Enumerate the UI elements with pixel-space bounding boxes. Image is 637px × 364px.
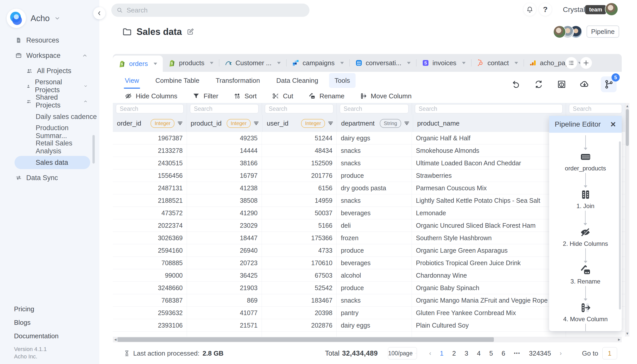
toolbar-button[interactable]: Sort [234,92,257,100]
prev-page-icon[interactable]: ‹ [429,350,431,357]
table-row[interactable]: 708885 20723 170610 beverages Probiotics… [113,257,625,269]
column-search-input[interactable] [116,104,184,113]
column-menu-icon[interactable] [328,120,334,126]
chevron-down-icon[interactable] [54,15,60,21]
page-size-select[interactable]: 100/page [388,347,417,359]
column-search-input[interactable] [265,104,333,113]
sidebar-scrollbar[interactable] [92,135,95,164]
table-row[interactable]: 2188521 38508 14959 snacks Lightly Salte… [113,194,625,207]
column-header[interactable]: order_id Integer [113,115,186,132]
pipeline-step[interactable]: 3. Rename [571,247,600,285]
help-button[interactable]: ? [539,3,552,16]
sidebar-project-item[interactable]: Retail Sales Analysis [0,141,99,154]
tab-list-button[interactable] [565,57,577,69]
chevron-down-icon[interactable] [514,62,518,64]
page-number[interactable]: 5 [489,349,493,357]
chevron-down-icon[interactable] [154,63,157,65]
sidebar-item-workspace[interactable]: Workspace [0,49,99,62]
run-info-button[interactable] [555,78,568,91]
sidebar-project-item[interactable]: Sales data [15,156,90,169]
goto-page-input[interactable] [602,347,617,359]
chevron-down-icon[interactable] [277,62,281,64]
avatar[interactable] [553,25,566,38]
subtab[interactable]: View [125,72,139,89]
scroll-right-icon[interactable]: ► [617,337,621,342]
table-row[interactable]: 3248660 21903 52542 produce Organic Baby… [113,282,625,294]
page-number[interactable]: 3 [465,349,468,357]
sidebar-item-shared-projects[interactable]: Shared Projects [0,95,99,108]
subtab[interactable]: Tools [329,73,356,88]
table-row[interactable]: 99000 36425 67503 alcohol Chardonnay Win… [113,269,625,282]
subtab[interactable]: Data Cleaning [276,72,318,89]
global-search[interactable] [111,4,309,17]
column-header[interactable]: product_name [413,115,566,132]
chevron-down-icon[interactable] [462,62,466,64]
chevron-up-icon[interactable] [82,53,88,58]
scroll-left-icon[interactable]: ◄ [113,337,117,342]
table-row[interactable]: 1967387 49235 51244 dairy eggs Organic H… [113,132,625,144]
pipeline-editor-toggle[interactable]: 5 [601,76,617,92]
table-row[interactable]: 768387 869 183467 snacks Organic Mango M… [113,294,625,307]
close-icon[interactable]: ✕ [610,120,616,129]
vertical-scroll-thumb[interactable] [626,109,629,146]
global-search-input[interactable] [127,6,300,14]
notifications-button[interactable] [523,3,536,16]
page-number[interactable]: 1 [440,349,443,357]
export-button[interactable] [578,78,591,91]
footer-link[interactable]: Pricing [14,305,59,313]
pipeline-button[interactable]: Pipeline [587,25,619,38]
table-row[interactable]: 3026369 18447 175366 frozen Southern Sty… [113,232,625,244]
column-header[interactable]: department String [337,115,413,132]
table-tab[interactable]: Customer ... [219,54,286,72]
table-tab[interactable]: invoices [416,54,471,72]
toolbar-button[interactable]: Rename [308,92,344,100]
table-vertical-scrollbar[interactable]: ▲ ▼ [625,103,629,336]
column-header[interactable]: product_id Integer [186,115,263,132]
table-row[interactable]: 2393106 21571 202876 dairy eggs Plain Cu… [113,319,625,332]
table-tab[interactable]: contact [471,54,524,72]
redo-button[interactable] [532,78,545,91]
column-search-input[interactable] [340,104,409,113]
table-horizontal-scrollbar[interactable]: ◄ ► [113,337,622,342]
column-menu-icon[interactable] [177,120,183,126]
table-row[interactable]: 2487131 41238 6156 dry goods pasta Parme… [113,182,625,194]
toolbar-button[interactable]: Move Column [360,92,412,100]
column-header[interactable]: user_id Integer [263,115,337,132]
sidebar-item-data-sync[interactable]: Data Sync [0,171,99,184]
pipeline-panel-scrollbar[interactable] [619,141,621,309]
scroll-down-icon[interactable]: ▼ [625,331,629,335]
table-row[interactable]: 473572 41290 50037 beverages Lemonade [113,207,625,219]
column-search-input[interactable] [415,104,563,113]
table-row[interactable]: 2430515 38166 152509 snacks Ultimate Loa… [113,157,625,169]
footer-link[interactable]: Blogs [14,319,59,327]
footer-link[interactable]: Documentation [14,332,59,340]
table-row[interactable]: 2594160 26940 4733 produce Organic Large… [113,244,625,257]
next-page-icon[interactable]: › [560,350,562,357]
add-table-button[interactable] [580,57,592,69]
sidebar-item-resources[interactable]: Resources [0,34,99,47]
table-row[interactable]: 2133278 14444 48434 snacks Smokehouse Al… [113,144,625,157]
sidebar-collapse-button[interactable] [93,7,105,19]
pipeline-step[interactable]: 1. Join [576,172,594,210]
toolbar-button[interactable]: Cut [272,92,293,100]
column-search-input[interactable] [569,104,622,113]
table-row[interactable]: 2022374 23029 5166 deli Organic Uncured … [113,219,625,232]
chevron-up-icon[interactable] [83,99,88,104]
table-tab[interactable]: campaigns [286,54,349,72]
page-number[interactable]: 2 [452,349,456,357]
sidebar-project-item[interactable]: Daily sales cadence [0,110,99,123]
subtab[interactable]: Transformation [216,72,260,89]
table-row[interactable]: 2593632 41077 20398 pantry Gluten Free Y… [113,307,625,319]
user-avatar[interactable] [605,3,618,16]
column-search-input[interactable] [190,104,259,113]
sidebar-item-all-projects[interactable]: All Projects [0,64,99,77]
toolbar-button[interactable]: Filter [193,92,218,100]
page-number[interactable]: 6 [502,349,505,357]
pipeline-step[interactable]: 2. Hide Columns [563,210,608,247]
brand[interactable]: Acho [7,9,60,28]
pipeline-step[interactable]: order_products [565,134,606,172]
toolbar-button[interactable]: Hide Columns [125,92,177,100]
sidebar-project-item[interactable]: Production Summar... [0,125,99,139]
table-tab[interactable]: conversati... [349,54,416,72]
table-tab[interactable]: orders [113,56,163,72]
